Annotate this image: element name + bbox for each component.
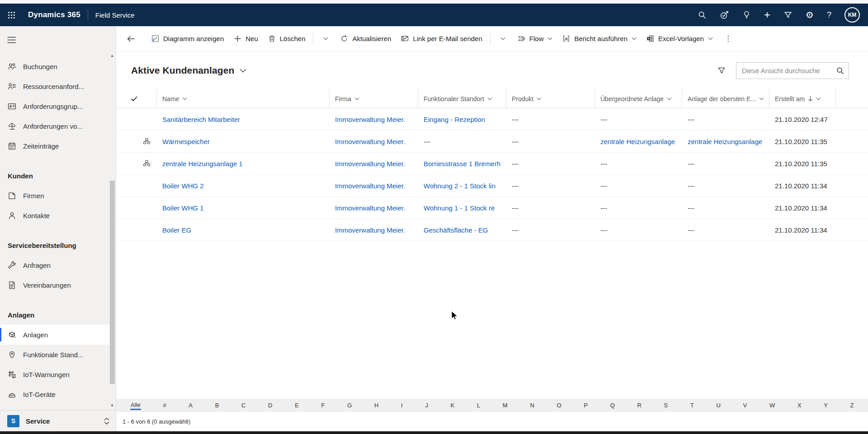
delete-button[interactable]: Löschen [263,30,311,47]
alpha-filter[interactable]: N [529,401,534,410]
search-icon[interactable] [698,10,707,19]
alpha-filter[interactable]: D [268,401,273,410]
alpha-filter[interactable]: T [690,401,694,410]
firma-link[interactable]: Immoverwaltung Meier. [330,197,418,219]
firma-link[interactable]: Immoverwaltung Meier. [330,153,418,174]
firma-link[interactable]: Immoverwaltung Meier. [330,108,418,130]
check-compass-icon[interactable] [720,10,729,19]
asset-name-link[interactable]: Boiler WHG 2 [157,175,330,196]
asset-name-link[interactable]: Sanitärbereich Mitarbeiter [157,108,330,130]
sidebar-item-anforderungen-von[interactable]: Anforderungen vo... [0,116,109,136]
app-name[interactable]: Field Service [95,11,135,19]
standort-link[interactable]: Wohnung 1 - 1 Stock re [418,197,506,219]
alpha-filter[interactable]: A [188,401,193,410]
alpha-filter[interactable]: R [637,401,642,410]
hierarchy-icon[interactable] [143,138,151,145]
select-all-checkbox[interactable] [116,89,157,108]
sidebar-item-anforderungsgruppen[interactable]: Anforderungsgrup... [0,96,109,116]
sidebar-item-vereinbarungen[interactable]: Vereinbarungen [0,275,109,295]
alpha-filter[interactable]: W [769,401,775,410]
filter-icon[interactable] [783,10,793,19]
sidebar-item-anfragen[interactable]: Anfragen [0,255,109,275]
sidebar-item-zeiteintraege[interactable]: Zeiteinträge [0,136,109,156]
search-input[interactable] [736,67,836,75]
uebergeordnete-anlage-link[interactable]: zentrale Heizungsanlage [595,131,682,152]
standort-link[interactable]: Borriesstrasse 1 Bremerh [418,153,506,174]
alpha-filter[interactable]: E [294,401,299,410]
sidebar-scrollbar[interactable]: ▲ ▼ [109,53,115,408]
table-row[interactable]: Boiler EG Immoverwaltung Meier. Geschäft… [116,219,868,241]
lightbulb-icon[interactable] [742,10,751,19]
column-header-erstellt-am[interactable]: Erstellt am [769,89,836,108]
sidebar-item-iot-geraete[interactable]: IoT-Geräte [0,384,109,404]
row-select-cell[interactable] [116,153,157,174]
show-chart-button[interactable]: Diagramm anzeigen [146,30,229,47]
alpha-filter[interactable]: V [743,401,748,410]
alpha-filter[interactable]: H [374,401,379,410]
row-select-cell[interactable] [116,108,157,130]
email-overflow-chevron-icon[interactable] [493,30,513,47]
standort-link[interactable]: Wohnung 2 - 1 Stock lin [418,175,506,196]
flow-button[interactable]: Flow [513,30,558,47]
new-record-plus-icon[interactable]: + [764,9,770,20]
sidebar-item-ressourcenanforderungen[interactable]: Ressourcenanford... [0,76,109,96]
alpha-filter[interactable]: Q [610,401,615,410]
back-button[interactable] [122,30,140,47]
column-header-uebergeordnete-anlage[interactable]: Übergeordnete Anlage [595,89,682,108]
dynamics-365-logo[interactable]: Dynamics 365 [28,10,80,19]
firma-link[interactable]: Immoverwaltung Meier. [330,175,418,196]
scroll-up-icon[interactable]: ▲ [110,53,114,58]
search-icon[interactable] [836,66,844,75]
alpha-filter[interactable]: G [347,401,352,410]
filter-funnel-icon[interactable] [717,66,726,75]
table-row[interactable]: Sanitärbereich Mitarbeiter Immoverwaltun… [116,108,868,131]
firma-link[interactable]: Immoverwaltung Meier. [330,219,418,241]
asset-name-link[interactable]: zentrale Heizungsanlage 1 [157,153,330,174]
alpha-filter-alle[interactable]: Alle [130,401,141,410]
alpha-filter[interactable]: X [797,401,802,410]
firma-link[interactable]: Immoverwaltung Meier. [330,131,418,152]
row-select-cell[interactable] [116,175,157,196]
view-selector[interactable]: Aktive Kundenanlagen [131,65,246,76]
asset-name-link[interactable]: Boiler WHG 1 [157,197,330,219]
sidebar-item-funktionale-standorte[interactable]: Funktionale Stand... [0,345,109,364]
alpha-filter[interactable]: I [401,401,403,410]
table-row[interactable]: Boiler WHG 1 Immoverwaltung Meier. Wohnu… [116,197,868,219]
sidebar-item-iot-warnungen[interactable]: IoT-Warnungen [0,364,109,384]
scroll-down-icon[interactable]: ▼ [110,403,114,408]
hierarchy-icon[interactable] [143,160,151,168]
area-switcher[interactable]: S Service [0,410,116,431]
sidebar-item-kontakte[interactable]: Kontakte [0,205,109,225]
sidebar-item-firmen[interactable]: Firmen [0,186,109,205]
asset-name-link[interactable]: Boiler EG [157,219,330,241]
gear-icon[interactable]: ⚙ [806,10,814,19]
alpha-filter[interactable]: O [556,401,561,410]
column-header-anlage-der-obersten-ebene[interactable]: Anlage der obersten E... [682,89,769,108]
row-select-cell[interactable] [116,131,157,152]
alpha-filter[interactable]: S [664,401,669,410]
asset-name-link[interactable]: Wärmespeicher [157,131,330,152]
sidebar-item-anlagen[interactable]: Anlagen [0,325,109,345]
column-header-funktionaler-standort[interactable]: Funktionaler Standort [418,89,506,108]
standort-link[interactable]: Geschäftsfläche - EG [418,219,506,241]
alpha-filter[interactable]: C [241,401,246,410]
alpha-filter[interactable]: J [425,401,429,410]
alpha-filter[interactable]: F [321,401,326,410]
column-header-name[interactable]: Name [157,89,330,108]
sidebar-item-buchungen[interactable]: Buchungen [0,56,109,76]
column-header-produkt[interactable]: Produkt [506,89,595,108]
scrollbar-thumb[interactable] [110,181,115,384]
run-report-button[interactable]: Bericht ausführen [557,30,642,47]
alpha-filter[interactable]: P [583,401,588,410]
area-switcher-chevrons-icon[interactable] [104,418,109,425]
hamburger-menu-icon[interactable] [7,35,18,44]
alpha-filter[interactable]: K [450,401,455,410]
refresh-button[interactable]: Aktualisieren [335,30,396,47]
row-select-cell[interactable] [116,219,157,241]
app-launcher-waffle-icon[interactable] [0,4,23,26]
email-link-button[interactable]: Link per E-Mail senden [396,30,487,47]
column-header-firma[interactable]: Firma [330,89,418,108]
alpha-filter[interactable]: L [476,401,481,410]
alpha-filter[interactable]: Y [823,401,828,410]
alpha-filter[interactable]: Z [850,401,854,410]
